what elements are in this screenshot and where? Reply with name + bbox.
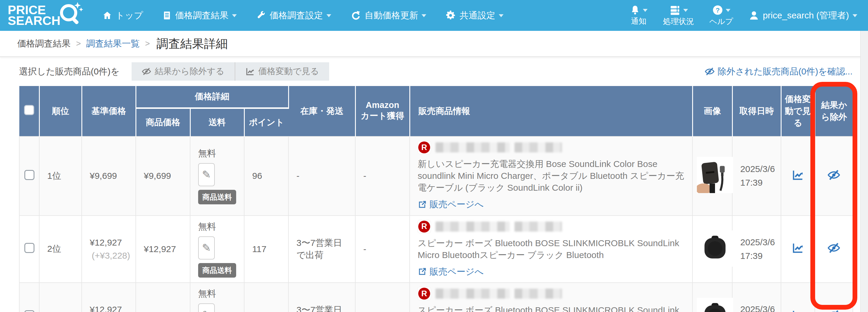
base-price-cell: ¥9,699: [82, 136, 136, 216]
product-title: スピーカー ボーズ Bluetooth BOSE SLINKMICROBLK S…: [418, 304, 688, 312]
header-line: カート獲得: [359, 110, 406, 122]
price-change-cell: [781, 216, 815, 283]
eye-slash-icon: [827, 309, 840, 312]
nav-item-top[interactable]: トップ: [102, 9, 143, 22]
row-checkbox[interactable]: [24, 310, 34, 312]
price-change-cell: [781, 283, 815, 312]
acquired-at-cell: 2025/3/6 17:39: [732, 216, 781, 283]
amazon-cart-cell: -: [355, 216, 410, 283]
exclude-row-button[interactable]: [827, 169, 840, 183]
exclude-from-results-button[interactable]: 結果から除外する: [132, 62, 235, 81]
nav-item-common-settings[interactable]: 共通設定: [446, 9, 503, 22]
sale-page-link[interactable]: 販売ページへ: [418, 199, 484, 211]
eye-slash-icon: [142, 67, 151, 76]
shipping-cell: 無料 ✎ 商品送料: [190, 216, 244, 283]
breadcrumb-separator: >: [76, 39, 81, 48]
chart-line-icon: [792, 309, 804, 312]
row-checkbox[interactable]: [24, 243, 34, 253]
nav-item-notifications[interactable]: 通知: [630, 5, 648, 26]
acquired-date: 2025/3/6: [740, 162, 776, 176]
results-table: 順位 基準価格 価格詳細 在庫・発送 Amazon カート獲得 販売商品情報 画…: [19, 86, 853, 312]
wrench-icon: [256, 11, 266, 20]
image-cell: [692, 136, 732, 216]
tasks-icon: [669, 4, 681, 16]
magnifier-icon: [56, 0, 84, 28]
nav-item-label: 価格調査設定: [270, 9, 323, 22]
chevron-down-icon: [852, 14, 857, 20]
select-all-checkbox[interactable]: [24, 105, 34, 115]
base-price-cell: ¥12,927 (+¥3,228): [82, 216, 136, 283]
brand-logo[interactable]: PRICESEARCH: [8, 3, 84, 28]
page-title: 調査結果詳細: [157, 36, 228, 52]
acquired-date: 2025/3/6: [740, 303, 776, 312]
rakuten-icon: R: [418, 287, 431, 300]
product-price-cell: ¥12,927: [136, 283, 190, 312]
link-label: 除外された販売商品(0件)を確認...: [718, 66, 852, 78]
refresh-icon: [351, 10, 361, 21]
edit-shipping-button[interactable]: ✎: [198, 236, 215, 259]
shipping-value: 無料: [198, 288, 240, 300]
chevron-down-icon: [499, 14, 503, 20]
exclude-row-button[interactable]: [827, 241, 840, 256]
row-checkbox[interactable]: [24, 170, 34, 180]
eye-slash-icon: [827, 169, 840, 181]
nav-item-help[interactable]: ? ヘルプ: [709, 4, 733, 27]
chart-line-icon: [792, 242, 804, 254]
exclude-row-button[interactable]: [827, 309, 840, 312]
exclude-cell: [815, 136, 853, 216]
breadcrumb-result-list-link[interactable]: 調査結果一覧: [86, 38, 140, 50]
sale-page-link[interactable]: 販売ページへ: [418, 266, 484, 278]
rank-cell: 2位: [39, 216, 82, 283]
help-icon: ?: [712, 4, 723, 16]
nav-item-auto-price-update[interactable]: 自動価格更新: [351, 9, 426, 22]
chevron-down-icon: [232, 14, 237, 20]
pencil-icon: ✎: [202, 309, 211, 312]
product-image: [697, 298, 733, 312]
svg-text:?: ?: [716, 6, 720, 14]
shipping-badge: 商品送料: [198, 190, 236, 204]
shipping-badge: 商品送料: [198, 263, 236, 278]
rakuten-r: R: [418, 221, 430, 233]
breadcrumb-price-survey-results[interactable]: 価格調査結果: [17, 38, 71, 50]
table-row: 2位 ¥12,927 (+¥3,228) ¥12,927 無料 ✎ 商品送料 1…: [19, 283, 853, 312]
top-nav-bar: PRICESEARCH トップ 価格調査結果 価格調査設定 自: [0, 0, 868, 31]
product-title: 新しいスピーカー充電器交換用 Bose SoundLink Color Bose…: [418, 158, 688, 194]
header-price-detail-group: 価格詳細: [136, 86, 288, 108]
view-price-change-button[interactable]: 価格変動で見る: [235, 62, 329, 81]
vertical-scrollbar[interactable]: [860, 31, 868, 312]
bell-icon: [630, 5, 641, 15]
points-cell: 117: [244, 216, 288, 283]
exclude-cell: [815, 283, 853, 312]
edit-shipping-button[interactable]: ✎: [198, 163, 215, 186]
product-info-cell: R スピーカー ボーズ Bluetooth BOSE SLINKMICROBLK…: [410, 216, 692, 283]
header-shipping: 送料: [190, 108, 244, 136]
shipping-value: 無料: [198, 221, 240, 233]
blurred-seller-name: [435, 142, 510, 152]
price-change-chart-button[interactable]: [792, 169, 804, 183]
nav-item-price-survey-settings[interactable]: 価格調査設定: [256, 9, 331, 22]
chart-line-icon: [792, 169, 804, 181]
view-excluded-products-link[interactable]: 除外された販売商品(0件)を確認...: [705, 66, 852, 78]
product-info-cell: R スピーカー ボーズ Bluetooth BOSE SLINKMICROBLK…: [410, 283, 692, 312]
header-product-info: 販売商品情報: [410, 86, 692, 136]
header-rank: 順位: [39, 86, 82, 136]
user-name: price_search (管理者): [763, 9, 849, 22]
gear-icon: [446, 10, 456, 21]
nav-right: 通知 処理状況 ? ヘルプ price_search (管理者): [630, 4, 857, 27]
price-change-chart-button[interactable]: [792, 242, 804, 256]
nav-item-label: 通知: [631, 16, 646, 26]
header-line: Amazon: [359, 100, 406, 110]
nav-item-price-survey-results[interactable]: 価格調査結果: [162, 9, 237, 22]
header-select-all: [19, 86, 39, 136]
blurred-seller-name: [435, 221, 510, 232]
edit-shipping-button[interactable]: ✎: [198, 303, 215, 312]
nav-item-processing-status[interactable]: 処理状況: [663, 4, 694, 27]
price-change-chart-button[interactable]: [792, 309, 804, 312]
blurred-seller-name: [435, 288, 510, 299]
link-label: 販売ページへ: [430, 199, 484, 211]
main-content: 選択した販売商品(0件)を 結果から除外する 価格変動で見る 除外された販売商品…: [0, 57, 868, 312]
link-label: 販売ページへ: [430, 266, 484, 278]
user-icon: [749, 10, 759, 21]
rakuten-r: R: [418, 141, 430, 153]
user-menu[interactable]: price_search (管理者): [749, 9, 857, 22]
